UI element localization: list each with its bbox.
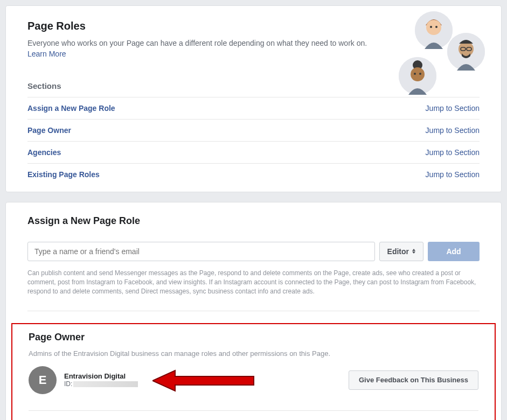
give-feedback-button[interactable]: Give Feedback on This Business <box>349 370 478 390</box>
role-select[interactable]: Editor <box>379 242 423 261</box>
jump-to-section-link[interactable]: Jump to Section <box>426 148 480 157</box>
svg-point-1 <box>426 20 441 35</box>
intro-copy: Everyone who works on your Page can have… <box>27 39 367 47</box>
svg-point-12 <box>419 73 421 75</box>
toc-row-owner: Page Owner Jump to Section <box>27 119 480 141</box>
sort-icon <box>412 249 415 254</box>
owner-identity: E Entravision Digital ID: <box>29 366 138 394</box>
page-owner-highlight-box: Page Owner Admins of the Entravision Dig… <box>11 323 496 420</box>
avatar-cluster <box>393 11 480 97</box>
jump-to-section-link[interactable]: Jump to Section <box>426 104 480 113</box>
toc-row-agencies: Agencies Jump to Section <box>27 141 480 163</box>
owner-description: Admins of the Entravision Digital busine… <box>29 349 478 358</box>
avatar-icon <box>447 33 485 71</box>
toc-link[interactable]: Agencies <box>27 148 61 157</box>
owner-id-label: ID: <box>64 380 72 388</box>
toc-link[interactable]: Page Owner <box>27 126 71 135</box>
jump-to-section-link[interactable]: Jump to Section <box>426 170 480 179</box>
role-description: Can publish content and send Messenger m… <box>27 269 480 297</box>
assign-heading: Assign a New Page Role <box>27 215 480 227</box>
page-roles-card: Page Roles Everyone who works on your Pa… <box>5 5 502 192</box>
jump-to-section-link[interactable]: Jump to Section <box>426 126 480 135</box>
toc-row-existing: Existing Page Roles Jump to Section <box>27 163 480 185</box>
toc-link[interactable]: Existing Page Roles <box>27 170 100 179</box>
role-select-label: Editor <box>387 247 409 256</box>
owner-id-row: ID: <box>64 380 138 388</box>
avatar-icon <box>399 57 436 95</box>
svg-point-10 <box>411 67 425 81</box>
svg-point-2 <box>430 26 432 28</box>
svg-marker-13 <box>152 370 254 391</box>
add-button[interactable]: Add <box>428 242 480 261</box>
toc-link[interactable]: Assign a New Page Role <box>27 104 115 113</box>
svg-point-3 <box>435 26 437 28</box>
owner-id-redacted <box>73 381 138 387</box>
svg-point-11 <box>414 73 416 75</box>
assign-owner-card: Assign a New Page Role Editor Add Can pu… <box>5 202 502 420</box>
owner-heading: Page Owner <box>29 332 478 343</box>
owner-avatar: E <box>29 366 57 394</box>
assign-form-row: Editor Add <box>27 242 480 261</box>
name-input[interactable] <box>27 242 375 261</box>
owner-name: Entravision Digital <box>64 372 138 380</box>
intro-text: Everyone who works on your Page can have… <box>27 38 383 60</box>
toc-row-assign: Assign a New Page Role Jump to Section <box>27 97 480 119</box>
annotation-arrow-icon <box>152 369 255 392</box>
divider <box>29 410 478 411</box>
learn-more-link[interactable]: Learn More <box>27 50 66 58</box>
